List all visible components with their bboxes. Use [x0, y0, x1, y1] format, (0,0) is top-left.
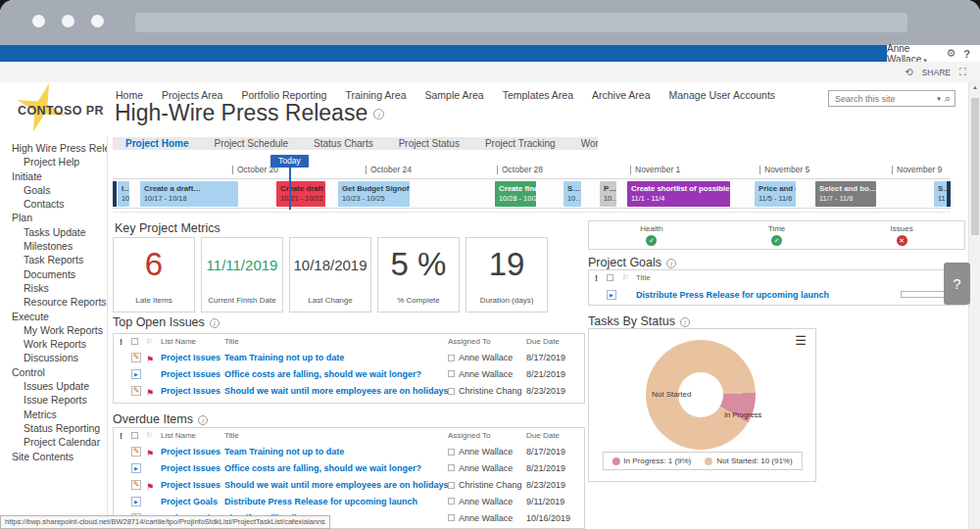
- window-minimize-button[interactable]: [62, 15, 74, 27]
- scroll-up-arrow-icon[interactable]: ▲: [969, 84, 980, 90]
- item-title-link[interactable]: Team Training not up to date: [224, 447, 448, 457]
- search-scope-dropdown-icon[interactable]: ▾: [933, 95, 945, 103]
- focus-mode-icon[interactable]: ⛶: [959, 67, 966, 78]
- sidebar-item[interactable]: Tasks Update: [0, 225, 107, 239]
- timeline-task-bar[interactable]: Price and chec… 11/5 - 11/6: [755, 181, 796, 207]
- item-title-link[interactable]: Should we wait until more employees are …: [224, 480, 448, 490]
- sidebar-item[interactable]: Risks: [0, 281, 107, 295]
- search-input[interactable]: [829, 94, 933, 104]
- sidebar-item[interactable]: Issues Update: [0, 379, 107, 393]
- title-column-header: Title: [636, 273, 896, 282]
- list-name-link[interactable]: Project Issues: [161, 353, 224, 362]
- item-title-link[interactable]: Office costs are falling, should we wait…: [224, 463, 448, 473]
- sidebar-item[interactable]: Metrics: [0, 408, 107, 421]
- top-nav-link[interactable]: Sample Area: [425, 89, 484, 101]
- task-bar-name: Create shortlist of possible venues: [631, 183, 726, 194]
- search-icon[interactable]: ⌕: [945, 92, 955, 105]
- timeline-task-bar[interactable]: P… 10…: [600, 181, 616, 207]
- select-all-checkbox[interactable]: [131, 338, 138, 345]
- item-title-link[interactable]: Office costs are falling, should we wait…: [224, 369, 448, 379]
- sidebar-item[interactable]: Project Help: [0, 155, 107, 168]
- goal-title-link[interactable]: Distribute Press Release for upcoming la…: [636, 290, 896, 300]
- flag-icon: [146, 476, 161, 494]
- list-name-link[interactable]: Project Issues: [161, 480, 224, 490]
- timeline-task-bar[interactable]: Create a draft… 10/17 - 10/18: [140, 181, 238, 207]
- list-name-link[interactable]: Project Issues: [161, 463, 224, 473]
- select-all-checkbox[interactable]: [131, 432, 138, 439]
- item-type-icon: [131, 480, 141, 490]
- help-flyout-tab[interactable]: ?: [944, 263, 970, 305]
- select-all-checkbox[interactable]: [607, 274, 613, 281]
- timeline-task-bar[interactable]: S… 10…: [564, 181, 581, 207]
- info-icon[interactable]: i: [210, 318, 220, 328]
- page-tab[interactable]: Project Status: [386, 138, 472, 149]
- timeline-date-label: November 9: [892, 166, 942, 174]
- list-name-link[interactable]: Project Goals: [161, 497, 224, 506]
- window-maximize-button[interactable]: [91, 15, 104, 27]
- chart-menu-icon[interactable]: ☰: [795, 333, 807, 348]
- help-icon[interactable]: ?: [963, 48, 970, 60]
- today-marker: Today: [270, 155, 309, 168]
- sidebar-item[interactable]: My Work Reports: [0, 323, 107, 337]
- sidebar-item[interactable]: Resource Reports: [0, 295, 107, 309]
- sidebar-item[interactable]: Issue Reports: [0, 393, 107, 407]
- page-tab[interactable]: Status Charts: [301, 138, 386, 149]
- info-icon[interactable]: i: [666, 259, 676, 268]
- sidebar-item[interactable]: Site Contents: [0, 450, 107, 463]
- page-tab[interactable]: Project Home: [113, 138, 201, 149]
- item-title-link[interactable]: Should we wait until more employees are …: [224, 386, 448, 396]
- sidebar-item[interactable]: Status Reporting: [0, 421, 107, 435]
- timeline-task-bar[interactable]: S… 11…: [934, 181, 947, 207]
- timeline-task-bar[interactable]: Create final ve… 10/28 - 10/29: [495, 181, 536, 207]
- share-button[interactable]: SHARE: [922, 68, 951, 77]
- sidebar-item[interactable]: Initiate: [0, 169, 107, 183]
- page-title: High-Wire Press Releasei: [115, 100, 384, 126]
- site-logo[interactable]: CONTOSO PR: [12, 88, 114, 132]
- timeline-task-bar[interactable]: Get Budget Signoff 10/23 - 10/25: [338, 181, 410, 207]
- list-name-link[interactable]: Project Issues: [161, 386, 224, 396]
- page-tab[interactable]: Project Schedule: [201, 138, 301, 149]
- item-title-link[interactable]: Distribute Press Release for upcoming la…: [224, 497, 448, 506]
- sidebar-item[interactable]: Documents: [0, 267, 107, 281]
- presence-checkbox: [448, 388, 455, 395]
- task-bar-dates: 11/7 - 11/8: [819, 194, 872, 204]
- vertical-scrollbar[interactable]: ▲: [968, 82, 980, 529]
- gear-icon[interactable]: ⚙: [946, 47, 956, 60]
- timeline-task-bar[interactable]: Select and bo… 11/7 - 11/8: [815, 181, 876, 207]
- scrollbar-thumb[interactable]: [971, 98, 979, 235]
- address-bar[interactable]: [135, 13, 907, 32]
- sidebar-item[interactable]: Work Reports: [0, 337, 107, 351]
- share-person-icon: ⟲: [905, 67, 912, 77]
- list-name-link[interactable]: Project Issues: [161, 447, 224, 457]
- sidebar-item[interactable]: Task Reports: [0, 253, 107, 266]
- info-icon[interactable]: i: [680, 317, 690, 327]
- list-name-link[interactable]: Project Issues: [161, 369, 224, 379]
- timeline-task-bar[interactable]: I… 10…: [118, 181, 129, 207]
- sidebar-item[interactable]: Discussions: [0, 351, 107, 364]
- status-indicator-icon: [646, 235, 657, 246]
- timeline-task-bar[interactable]: Create shortlist of possible venues 11/1…: [627, 181, 730, 207]
- window-close-button[interactable]: [32, 15, 45, 27]
- info-icon[interactable]: i: [373, 109, 384, 120]
- sidebar-item[interactable]: Goals: [0, 183, 107, 197]
- sidebar-item[interactable]: Contacts: [0, 197, 107, 211]
- sidebar-item[interactable]: Project Calendar: [0, 435, 107, 449]
- table-row: Project Issues Should we wait until more…: [114, 382, 584, 399]
- item-title-link[interactable]: Team Training not up to date: [224, 353, 448, 362]
- sidebar-item[interactable]: Plan: [0, 211, 107, 224]
- flag-icon: [146, 349, 161, 366]
- sidebar-item[interactable]: Execute: [0, 310, 107, 323]
- page-tab[interactable]: Work Gantt: [568, 138, 598, 149]
- info-icon[interactable]: i: [198, 415, 208, 425]
- task-bar-name: Price and chec…: [759, 183, 792, 194]
- timeline-task-bar[interactable]: Create draft pl… 10/21 - 10/22: [276, 181, 325, 207]
- sidebar-item[interactable]: Control: [0, 365, 107, 379]
- top-nav-link[interactable]: Manage User Accounts: [669, 89, 776, 101]
- sidebar-item[interactable]: High Wire Press Release: [0, 141, 107, 155]
- due-date-cell: 10/16/2019: [526, 513, 584, 523]
- sidebar-item[interactable]: Milestones: [0, 239, 107, 253]
- page-tab[interactable]: Project Tracking: [472, 138, 568, 149]
- top-nav-link[interactable]: Archive Area: [592, 89, 651, 101]
- top-nav-link[interactable]: Templates Area: [503, 89, 573, 101]
- assigned-to-cell: Anne Wallace: [448, 513, 526, 523]
